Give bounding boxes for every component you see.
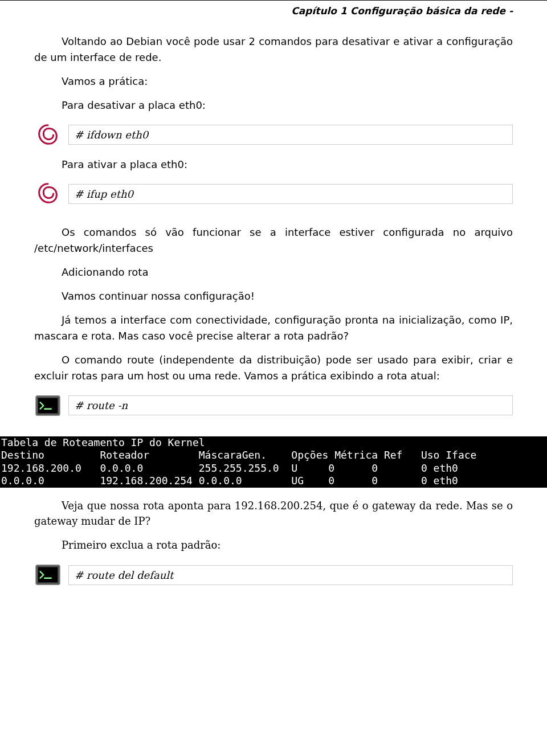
svg-rect-4 bbox=[38, 567, 58, 583]
header-rule bbox=[0, 0, 547, 1]
command-box: # route -n bbox=[68, 395, 513, 415]
paragraph: Para desativar a placa eth0: bbox=[34, 97, 513, 113]
command-row: # route del default bbox=[34, 561, 513, 589]
paragraph: Voltando ao Debian você pode usar 2 coma… bbox=[34, 34, 513, 66]
paragraph: Veja que nossa rota aponta para 192.168.… bbox=[34, 498, 513, 530]
paragraph: O comando route (independente da distrib… bbox=[34, 352, 513, 384]
paragraph: Vamos a prática: bbox=[34, 73, 513, 89]
paragraph: Para ativar a placa eth0: bbox=[34, 157, 513, 173]
paragraph: Os comandos só vão funcionar se a interf… bbox=[34, 224, 513, 256]
paragraph: Primeiro exclua a rota padrão: bbox=[34, 537, 513, 553]
chapter-title: Capítulo 1 Configuração básica da rede - bbox=[34, 5, 547, 17]
paragraph: Vamos continuar nossa configuração! bbox=[34, 288, 513, 304]
terminal-icon bbox=[34, 561, 62, 589]
debian-swirl-icon bbox=[34, 121, 62, 149]
command-row: # ifup eth0 bbox=[34, 180, 513, 207]
command-box: # ifup eth0 bbox=[68, 184, 513, 204]
command-box: # route del default bbox=[68, 565, 513, 585]
command-row: # ifdown eth0 bbox=[34, 121, 513, 149]
command-row: # route -n bbox=[34, 392, 513, 419]
command-box: # ifdown eth0 bbox=[68, 125, 513, 145]
svg-rect-1 bbox=[38, 398, 58, 413]
terminal-icon bbox=[34, 392, 62, 419]
debian-swirl-icon bbox=[34, 180, 62, 207]
paragraph: Adicionando rota bbox=[34, 264, 513, 280]
paragraph: Já temos a interface com conectividade, … bbox=[34, 312, 513, 344]
terminal-output: Tabela de Roteamento IP do Kernel Destin… bbox=[0, 436, 547, 488]
